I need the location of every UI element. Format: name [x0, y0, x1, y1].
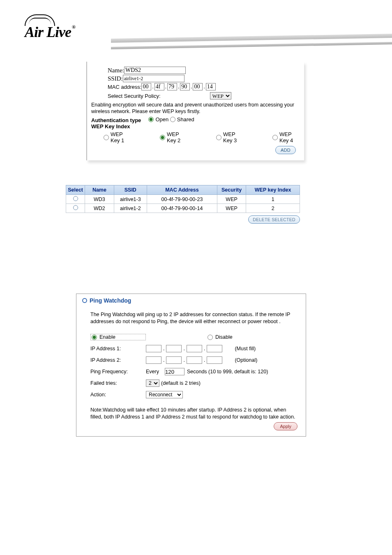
th-security: Security	[217, 185, 246, 195]
failed-tries-label: Failed tries:	[90, 380, 146, 386]
name-label: Name:	[108, 67, 124, 74]
mac-input-2[interactable]	[154, 83, 164, 90]
table-row: WD3 airlive1-3 00-4f-79-90-00-23 WEP 1	[66, 195, 300, 204]
auth-open-label: Open	[155, 116, 168, 123]
wds-list-table: Select Name SSID MAC Address Security WE…	[66, 185, 300, 224]
ip2-octet-3[interactable]	[187, 356, 202, 364]
disable-radio[interactable]	[208, 335, 213, 340]
brand-name: Air Live®	[25, 23, 111, 41]
th-ssid: SSID	[114, 185, 147, 195]
watchdog-note: Note:Watchdog will take effect 10 minute…	[90, 407, 297, 421]
wep-key-4-radio[interactable]	[272, 135, 278, 140]
page-header: Air Live®	[0, 0, 392, 58]
wep-key-index-label: WEP Key Index	[91, 123, 300, 130]
ip1-octet-2[interactable]	[166, 345, 182, 352]
disable-label: Disable	[215, 334, 233, 340]
ping-watchdog-panel: Ping Watchdog The Ping Watchdog will pin…	[76, 294, 306, 437]
wep-key-3-label: WEP Key 3	[223, 131, 244, 143]
header-band	[111, 36, 392, 49]
ip2-label: IP Address 2:	[90, 357, 146, 363]
failed-tries-hint: (default is 2 tries)	[161, 380, 201, 386]
ip1-octet-1[interactable]	[146, 345, 161, 352]
ip2-octet-4[interactable]	[207, 356, 222, 364]
cell-name: WD2	[85, 204, 114, 213]
mac-input-6[interactable]	[206, 83, 216, 90]
ip2-hint: (Optional)	[235, 357, 257, 363]
ping-frequency-input[interactable]	[165, 368, 184, 375]
delete-selected-button[interactable]: DELETE SELECTED	[248, 215, 300, 224]
table-row: WD2 airlive1-2 00-4f-79-90-00-14 WEP 2	[66, 204, 300, 213]
cell-security: WEP	[217, 195, 246, 204]
auth-open-radio[interactable]	[148, 117, 154, 122]
ip1-octet-3[interactable]	[187, 345, 202, 352]
ip1-label: IP Address 1:	[90, 346, 146, 352]
ssid-input[interactable]	[123, 75, 184, 82]
add-button[interactable]: ADD	[275, 146, 296, 154]
ip1-hint: (Must fill)	[235, 346, 256, 352]
ip1-octet-4[interactable]	[207, 345, 222, 352]
cell-ssid: airlive1-3	[114, 195, 147, 204]
th-wep-index: WEP key Index	[246, 185, 300, 195]
auth-shared-radio[interactable]	[170, 117, 175, 122]
action-select[interactable]: Reconnect	[146, 391, 183, 398]
wep-key-1-radio[interactable]	[104, 135, 109, 140]
ping-watchdog-title: Ping Watchdog	[82, 297, 297, 304]
ping-frequency-every: Every	[146, 369, 159, 375]
security-policy-select[interactable]: WEP	[210, 92, 231, 99]
auth-shared-label: Shared	[177, 116, 194, 123]
cell-name: WD3	[85, 195, 114, 204]
ssid-label: SSID:	[108, 75, 123, 82]
cell-wep-index: 2	[246, 204, 300, 213]
ip2-octet-1[interactable]	[146, 356, 161, 364]
wep-key-1-label: WEP Key 1	[111, 131, 131, 143]
brand-logo: Air Live®	[25, 14, 111, 41]
th-select: Select	[66, 185, 85, 195]
auth-type-label: Authentication type	[91, 117, 141, 123]
wep-key-2-label: WEP Key 2	[167, 131, 187, 143]
encryption-note: Enabling encryption will secure data and…	[91, 102, 300, 115]
th-name: Name	[85, 185, 114, 195]
cell-mac: 00-4f-79-90-00-14	[147, 204, 217, 213]
enable-radio[interactable]	[92, 335, 97, 340]
action-label: Action:	[90, 392, 146, 398]
wep-key-4-label: WEP Key 4	[279, 131, 300, 143]
gear-icon	[82, 298, 87, 303]
logo-arc-icon	[25, 14, 55, 26]
failed-tries-select[interactable]: 2	[146, 379, 159, 387]
wep-key-2-radio[interactable]	[160, 135, 165, 140]
cell-security: WEP	[217, 204, 246, 213]
th-mac: MAC Address	[147, 185, 217, 195]
apply-button[interactable]: Apply	[274, 422, 297, 430]
cell-mac: 00-4f-79-90-00-23	[147, 195, 217, 204]
cell-wep-index: 1	[246, 195, 300, 204]
cell-ssid: airlive1-2	[114, 204, 147, 213]
ip2-octet-2[interactable]	[166, 356, 182, 364]
mac-input-4[interactable]	[180, 83, 190, 90]
enable-label: Enable	[99, 334, 115, 340]
row-select-radio[interactable]	[73, 196, 78, 201]
mac-label: MAC address:	[108, 84, 141, 90]
security-policy-label: Select Security Policy:	[108, 93, 161, 99]
row-select-radio[interactable]	[73, 205, 78, 210]
wds-config-panel: Name: SSID: MAC address: . . . . . Selec…	[86, 62, 304, 160]
mac-input-3[interactable]	[167, 83, 177, 90]
ping-frequency-label: Ping Frequency:	[90, 369, 146, 375]
ping-frequency-hint: Seconds (10 to 999, default is: 120)	[187, 369, 268, 375]
mac-input-1[interactable]	[141, 83, 151, 90]
name-input[interactable]	[124, 67, 186, 74]
mac-input-5[interactable]	[193, 83, 203, 90]
wep-key-3-radio[interactable]	[216, 135, 221, 140]
ping-watchdog-description: The Ping Watchdog will ping up to 2 IP a…	[90, 311, 297, 325]
table-header-row: Select Name SSID MAC Address Security WE…	[66, 185, 300, 195]
